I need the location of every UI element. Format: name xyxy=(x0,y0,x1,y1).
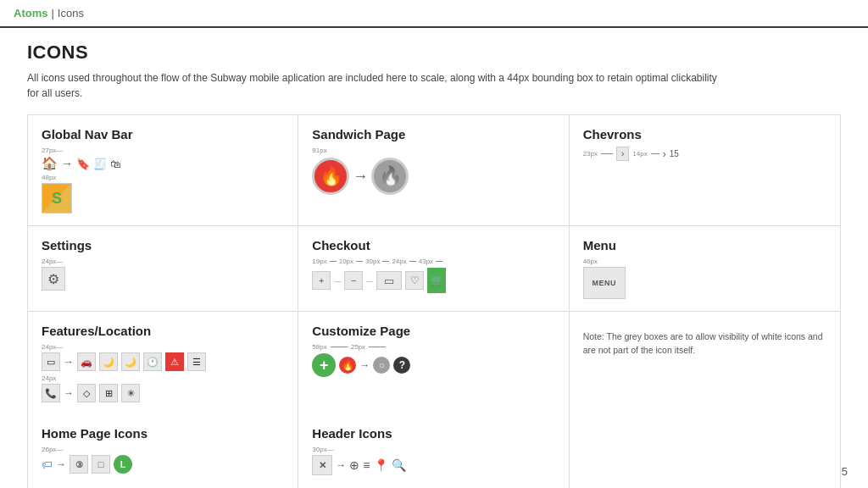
sandwich-fire-icon-active: 🔥 xyxy=(312,158,349,195)
header-icons-row: ✕ → ⊕ ≡ 📍 🔍 xyxy=(312,455,554,475)
header-location-icon: 📍 xyxy=(374,458,388,472)
ml-c1 xyxy=(331,347,348,347)
cell-title-menu: Menu xyxy=(583,238,826,252)
sandwich-page-icons: 🔥 → 🔥 xyxy=(312,158,554,195)
bookmark-icon: 🔖 xyxy=(76,158,90,170)
home-icon: 🏠 xyxy=(42,156,58,171)
arrow-customize: → xyxy=(359,359,370,371)
page-number: 5 xyxy=(842,465,848,478)
alert-icon: ⚠ xyxy=(170,357,179,368)
feature-box-clock: 🕐 xyxy=(143,352,162,371)
moon2-icon: 🌙 xyxy=(125,357,136,368)
home-numeral: ③ xyxy=(75,460,83,469)
cell-title-chevrons: Chevrons xyxy=(583,127,826,141)
home-l-label: L xyxy=(120,459,126,469)
cell-global-nav-bar: Global Nav Bar 27px— 🏠 → 🔖 🧾 🛍 48px S xyxy=(28,115,298,226)
heart-symbol: ♡ xyxy=(410,274,420,286)
customize-dim-58: 58px xyxy=(312,343,326,351)
feature-sun-icon: ✳ xyxy=(121,384,140,402)
list-icon: ☰ xyxy=(192,357,201,368)
feature-icon-1: ▭ xyxy=(47,357,55,368)
gear-icon: ⚙ xyxy=(47,271,59,287)
chevron-dim-23px: 23px xyxy=(583,150,598,158)
chevron-right-icon: › xyxy=(616,147,629,161)
dim-header-30px: 30px— xyxy=(312,446,554,453)
feature-box-list: ☰ xyxy=(187,352,206,371)
checkout-dim-19: 19px xyxy=(312,258,326,265)
icon-grid: Global Nav Bar 27px— 🏠 → 🔖 🧾 🛍 48px S Sa… xyxy=(27,114,841,488)
features-icons-row1: ▭ → 🚗 🌙 🌙 🕐 ⚠ ☰ xyxy=(42,352,284,371)
moon-icon: 🌙 xyxy=(103,357,114,368)
cell-title-global-nav-bar: Global Nav Bar xyxy=(42,127,284,141)
checkout-dim-30: 30px xyxy=(365,258,380,265)
cell-title-settings: Settings xyxy=(42,238,284,252)
dim-features-24px: 24px— xyxy=(42,343,284,351)
feature-grid-icon: ⊞ xyxy=(99,384,118,402)
receipt-icon: 🧾 xyxy=(93,158,107,170)
home-page-icons-row: 🏷 → ③ □ L xyxy=(42,455,284,474)
menu-card-icon: MENU xyxy=(583,267,626,299)
measure-line-1 xyxy=(601,153,613,154)
sun-symbol: ✳ xyxy=(127,388,135,399)
cell-checkout: Checkout 19px 10px 30px 24px 43px + — − xyxy=(298,226,569,312)
measure-line-2 xyxy=(651,153,659,154)
ml1 xyxy=(330,261,337,262)
page-content: ICONS All icons used throughout the flow… xyxy=(0,28,868,488)
phone-symbol: 📞 xyxy=(45,388,57,399)
page-description: All icons used throughout the flow of th… xyxy=(27,70,722,101)
customize-dims: 58px 25px xyxy=(312,343,554,351)
dim-home-26px: 26px— xyxy=(42,446,284,453)
dim-91px: 91px xyxy=(312,147,554,154)
home-square: □ xyxy=(98,459,104,469)
header-list-icon: ≡ xyxy=(363,458,370,472)
ml4 xyxy=(409,261,416,262)
arrow-feature: → xyxy=(64,356,74,368)
customize-fire-dot: 🔥 xyxy=(339,357,356,374)
settings-icons: ⚙ xyxy=(42,267,284,291)
feature-diamond-icon: ◇ xyxy=(77,384,96,402)
cell-title-features-location: Features/Location xyxy=(42,324,284,338)
page-title: ICONS xyxy=(27,42,841,64)
grid-symbol: ⊞ xyxy=(105,388,113,399)
feature-box-1: ▭ xyxy=(42,352,60,371)
checkout-sep2: — xyxy=(366,277,373,285)
customize-gray-dot: ○ xyxy=(373,357,390,374)
checkout-add-icon: + xyxy=(312,271,331,290)
cell-title-customize-page: Customize Page xyxy=(312,324,554,338)
home-green-circle: L xyxy=(114,455,132,474)
ml5 xyxy=(436,261,442,262)
settings-gear-box: ⚙ xyxy=(42,267,65,291)
chevron-right-small: › xyxy=(663,148,666,160)
cell-note: Note: The grey boxes are to allow visibi… xyxy=(570,312,840,414)
features-icons-row2: 📞 → ◇ ⊞ ✳ xyxy=(42,384,284,402)
subway-s-box: S xyxy=(42,183,284,214)
cell-empty xyxy=(570,414,840,488)
header-icon-x: ✕ xyxy=(312,455,332,475)
checkout-icons: + — − — ▭ ♡ 🛒 xyxy=(312,268,554,293)
dim-27px: 27px— xyxy=(42,147,284,154)
cell-title-header-icons: Header Icons xyxy=(312,426,554,441)
breadcrumb-icons: Icons xyxy=(58,7,84,19)
chevron-dim-14px: 14px xyxy=(632,150,647,158)
customize-icons: + 🔥 → ○ ? xyxy=(312,353,554,377)
dim-features-24px-2: 24px xyxy=(42,374,284,382)
arrow-icon-1: → xyxy=(61,157,73,170)
cell-title-home-page-icons: Home Page Icons xyxy=(42,426,284,441)
breadcrumb-separator: | xyxy=(51,7,53,19)
checkout-card-icon: ▭ xyxy=(376,271,402,290)
cell-title-checkout: Checkout xyxy=(312,238,554,252)
home-icon-box-1: ③ xyxy=(70,455,88,474)
ml2 xyxy=(356,261,363,262)
fire-symbol-active: 🔥 xyxy=(320,165,342,187)
card-symbol: ▭ xyxy=(384,274,394,287)
cell-features-location: Features/Location 24px— ▭ → 🚗 🌙 🌙 🕐 ⚠ ☰ … xyxy=(28,312,298,414)
cell-header-icons: Header Icons 30px— ✕ → ⊕ ≡ 📍 🔍 xyxy=(298,414,569,488)
feature-box-car: 🚗 xyxy=(77,352,96,371)
checkout-dim-10: 10px xyxy=(339,258,353,265)
feature-box-moon2: 🌙 xyxy=(121,352,140,371)
breadcrumb: Atoms | Icons xyxy=(0,0,868,28)
cell-menu: Menu 46px MENU xyxy=(570,226,840,312)
cell-home-page-icons: Home Page Icons 26px— 🏷 → ③ □ L xyxy=(28,414,298,488)
subway-s-icon: S xyxy=(42,183,72,214)
arrow-header: → xyxy=(336,459,346,471)
